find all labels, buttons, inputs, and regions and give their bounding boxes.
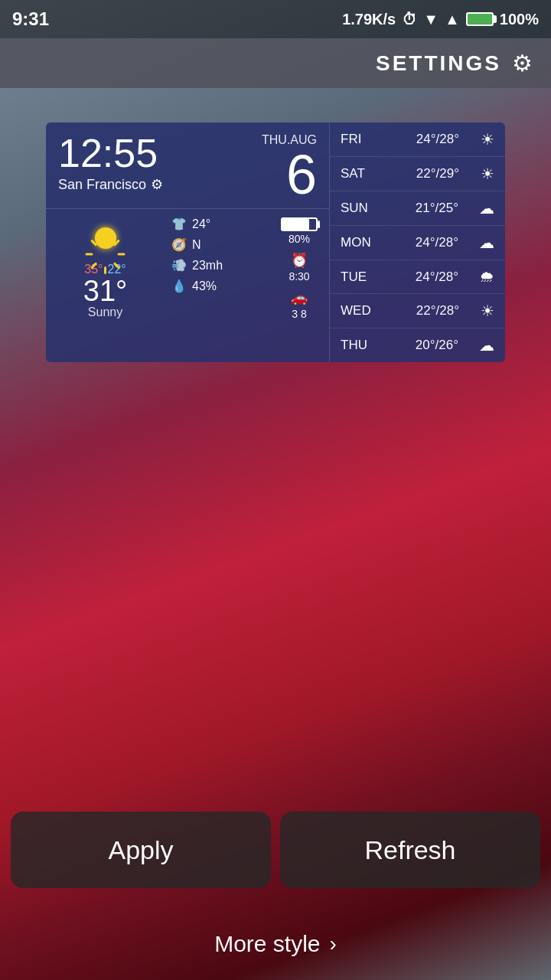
bottom-buttons: Apply Refresh: [0, 812, 551, 888]
location-text: San Francisco: [58, 177, 146, 193]
forecast-icon-mon: ☁: [479, 234, 494, 252]
battery-value: 80%: [289, 233, 310, 245]
forecast-icon-sun: ☁: [479, 199, 494, 217]
forecast-temp-mon: 24°/28°: [390, 235, 458, 250]
clock-time: 12:55: [58, 133, 163, 173]
settings-title: SETTINGS: [376, 51, 501, 76]
settings-gear-icon[interactable]: ⚙: [512, 50, 533, 77]
clock-icon: ⏱: [402, 11, 417, 28]
forecast-icon-tue: 🌧: [479, 268, 494, 286]
date-day-name: THU.AUG: [262, 133, 317, 147]
forecast-mon: MON 24°/28° ☁: [330, 226, 505, 260]
humidity-value: 43%: [192, 279, 217, 293]
forecast-tue: TUE 24°/28° 🌧: [330, 260, 505, 294]
battery-percent: 100%: [500, 11, 539, 28]
forecast-temp-fri: 24°/28°: [390, 132, 459, 147]
sun-rays: [86, 218, 126, 258]
refresh-button[interactable]: Refresh: [280, 812, 540, 888]
forecast-sat: SAT 22°/29° ☀: [330, 157, 505, 191]
more-style-button[interactable]: More style ›: [0, 931, 551, 957]
shirt-temp: 24°: [192, 217, 210, 231]
forecast-temp-tue: 24°/28°: [390, 270, 458, 285]
car-icon: 🚗: [291, 289, 308, 306]
widget-bottom: 35° 22° 31° Sunny 👕 24° 🧭 N 💨 23mh: [46, 208, 329, 328]
forecast-day-wed: WED: [341, 303, 375, 318]
compass-icon: 🧭: [171, 237, 187, 252]
status-bar: 9:31 1.79K/s ⏱ ▼ ▲ 100%: [0, 0, 551, 38]
chevron-right-icon: ›: [330, 932, 337, 956]
forecast-icon-fri: ☀: [481, 130, 494, 149]
forecast-day-mon: MON: [341, 235, 375, 250]
status-time: 9:31: [12, 8, 49, 30]
widget-details: 👕 24° 🧭 N 💨 23mh 💧 43%: [165, 209, 269, 328]
widget-weather-main: 35° 22° 31° Sunny: [46, 209, 165, 328]
battery-icon: [466, 12, 494, 26]
forecast-day-tue: TUE: [341, 270, 375, 285]
forecast-wed: WED 22°/28° ☀: [330, 294, 505, 328]
sun-icon: [86, 218, 126, 258]
forecast-temp-thu: 20°/26°: [390, 338, 458, 353]
wind-speed: 23mh: [192, 259, 223, 273]
weather-description: Sunny: [88, 305, 122, 319]
detail-row-shirt: 👕 24°: [171, 217, 263, 231]
temp-main: 31°: [83, 276, 127, 305]
wind-icon: 💨: [171, 258, 187, 273]
status-battery: 80%: [281, 217, 318, 245]
forecast-day-thu: THU: [341, 338, 375, 353]
settings-header: SETTINGS ⚙: [0, 38, 551, 88]
wind-direction: N: [192, 238, 201, 252]
detail-row-humidity: 💧 43%: [171, 279, 263, 293]
network-speed: 1.79K/s: [342, 11, 396, 28]
detail-row-compass: 🧭 N: [171, 237, 263, 252]
wifi-icon: ▼: [423, 11, 439, 28]
shirt-icon: 👕: [171, 217, 187, 231]
forecast-temp-sat: 22°/29°: [390, 166, 459, 181]
widget-left-panel: 12:55 San Francisco ⚙ THU.AUG 6: [46, 122, 329, 362]
forecast-temp-wed: 22°/28°: [390, 303, 459, 318]
forecast-icon-sat: ☀: [481, 165, 494, 183]
detail-row-wind: 💨 23mh: [171, 258, 263, 273]
clock-location: San Francisco ⚙: [58, 176, 163, 193]
humidity-icon: 💧: [171, 279, 187, 293]
weather-widget: 12:55 San Francisco ⚙ THU.AUG 6: [46, 122, 505, 362]
car-value: 3 8: [292, 308, 306, 320]
widget-date: THU.AUG 6: [262, 133, 317, 202]
forecast-temp-sun: 21°/25°: [390, 201, 458, 216]
status-right: 1.79K/s ⏱ ▼ ▲ 100%: [342, 11, 539, 28]
apply-button[interactable]: Apply: [11, 812, 271, 888]
forecast-sun: SUN 21°/25° ☁: [330, 191, 505, 226]
signal-icon: ▲: [445, 11, 460, 28]
forecast-icon-thu: ☁: [479, 336, 494, 354]
forecast-day-sun: SUN: [341, 201, 375, 216]
date-day-number: 6: [262, 147, 317, 202]
forecast-day-fri: FRI: [341, 132, 375, 147]
battery-bar: [281, 217, 318, 231]
widget-top: 12:55 San Francisco ⚙ THU.AUG 6: [46, 122, 329, 208]
forecast-icon-wed: ☀: [481, 302, 494, 320]
forecast-day-sat: SAT: [341, 166, 375, 181]
status-alarm: ⏰ 8:30: [289, 252, 309, 283]
forecast-fri: FRI 24°/28° ☀: [330, 122, 505, 157]
location-gear-icon[interactable]: ⚙: [151, 176, 163, 193]
alarm-icon: ⏰: [291, 252, 308, 269]
status-car: 🚗 3 8: [291, 289, 308, 320]
more-style-label: More style: [214, 931, 320, 957]
widget-clock: 12:55 San Francisco ⚙: [58, 133, 163, 193]
widget-status: 80% ⏰ 8:30 🚗 3 8: [269, 209, 329, 328]
forecast-thu: THU 20°/26° ☁: [330, 328, 505, 362]
widget-forecast-panel: FRI 24°/28° ☀ SAT 22°/29° ☀ SUN 21°/25° …: [329, 122, 505, 362]
alarm-time: 8:30: [289, 270, 309, 283]
